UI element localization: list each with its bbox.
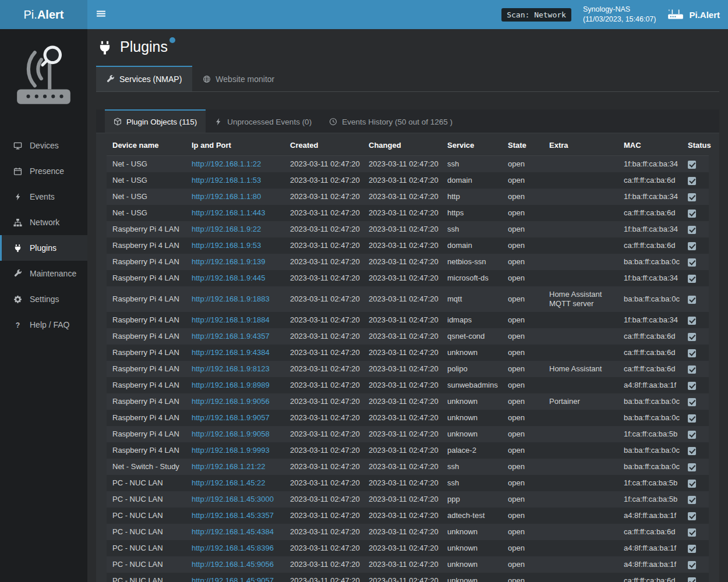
sidebar-item-network[interactable]: Network <box>0 210 87 235</box>
sidebar-item-plugins[interactable]: Plugins <box>0 235 87 261</box>
cell-changed: 2023-03-11 02:47:20 <box>363 189 441 205</box>
ip-port-link[interactable]: http://192.168.1.45:9057 <box>192 576 274 582</box>
cell-extra: Home Assistant <box>543 361 618 377</box>
ip-port-link[interactable]: http://192.168.1.45:3000 <box>192 495 274 503</box>
cell-changed: 2023-03-11 02:47:20 <box>363 377 441 393</box>
subtab-plugin-objects-115[interactable]: Plugin Objects (115) <box>105 109 206 133</box>
tab-services-nmap[interactable]: Services (NMAP) <box>96 66 192 91</box>
cell-created: 2023-03-11 02:47:20 <box>284 426 363 442</box>
column-header-ip-and-port[interactable]: Ip and Port <box>186 134 284 156</box>
sidebar-item-help-faq[interactable]: ? Help / FAQ <box>0 312 87 338</box>
cell-status <box>682 491 709 508</box>
status-checkbox[interactable] <box>688 177 696 185</box>
ip-port-link[interactable]: http://192.168.1.9:9056 <box>192 397 270 406</box>
ip-port-link[interactable]: http://192.168.1.9:9058 <box>192 430 270 438</box>
status-checkbox[interactable] <box>688 275 696 283</box>
ip-port-link[interactable]: http://192.168.1.9:1884 <box>192 315 270 324</box>
ip-port-link[interactable]: http://192.168.1.45:8396 <box>192 544 274 552</box>
sidebar-toggle-button[interactable] <box>87 0 114 29</box>
sidebar-item-settings[interactable]: Settings <box>0 286 87 312</box>
column-header-service[interactable]: Service <box>441 134 502 156</box>
ip-port-link[interactable]: http://192.168.1.1:53 <box>192 176 261 184</box>
status-checkbox[interactable] <box>688 545 696 553</box>
ip-port-link[interactable]: http://192.168.1.21:22 <box>192 462 266 471</box>
brand-logo[interactable]: Pi.Alert <box>0 0 87 29</box>
column-header-changed[interactable]: Changed <box>363 134 441 156</box>
ip-port-link[interactable]: http://192.168.1.9:53 <box>192 241 261 250</box>
status-checkbox[interactable] <box>688 349 696 357</box>
ip-port-link[interactable]: http://192.168.1.9:1883 <box>192 294 270 303</box>
status-checkbox[interactable] <box>688 382 696 390</box>
main-content: Plugins Services (NMAP) Website monitor … <box>87 29 728 582</box>
status-checkbox[interactable] <box>688 480 696 488</box>
status-checkbox[interactable] <box>688 242 696 250</box>
ip-port-link[interactable]: http://192.168.1.9:9993 <box>192 446 270 455</box>
status-checkbox[interactable] <box>688 496 696 504</box>
sidebar-item-events[interactable]: Events <box>0 184 87 210</box>
status-checkbox[interactable] <box>688 226 696 234</box>
column-header-status[interactable]: Status <box>682 134 709 156</box>
status-checkbox[interactable] <box>688 463 696 471</box>
cell-created: 2023-03-11 02:47:20 <box>284 221 363 237</box>
cell-changed: 2023-03-11 02:47:20 <box>363 393 441 410</box>
ip-port-link[interactable]: http://192.168.1.9:22 <box>192 225 261 233</box>
ip-port-link[interactable]: http://192.168.1.9:4384 <box>192 348 270 357</box>
sidebar-item-presence[interactable]: Presence <box>0 158 87 184</box>
ip-port-link[interactable]: http://192.168.1.1:22 <box>192 159 261 168</box>
sidebar-item-devices[interactable]: Devices <box>0 133 87 158</box>
ip-port-link[interactable]: http://192.168.1.45:9056 <box>192 560 274 569</box>
status-checkbox[interactable] <box>688 528 696 537</box>
status-checkbox[interactable] <box>688 512 696 520</box>
column-header-mac[interactable]: MAC <box>618 134 682 156</box>
ip-port-link[interactable]: http://192.168.1.1:80 <box>192 192 261 201</box>
pialert-nav-link[interactable]: Pi.Alert <box>667 8 720 22</box>
ip-port-link[interactable]: http://192.168.1.45:4384 <box>192 527 274 536</box>
title-info-badge[interactable] <box>169 37 175 43</box>
table-row: Raspberry Pi 4 LAN http://192.168.1.9:18… <box>107 286 709 312</box>
status-checkbox[interactable] <box>688 193 696 201</box>
status-checkbox[interactable] <box>688 414 696 423</box>
ip-port-link[interactable]: http://192.168.1.9:4357 <box>192 332 270 340</box>
column-header-extra[interactable]: Extra <box>543 134 618 156</box>
cell-service: netbios-ssn <box>441 254 502 270</box>
status-checkbox[interactable] <box>688 317 696 325</box>
ip-port-link[interactable]: http://192.168.1.9:445 <box>192 274 266 282</box>
status-checkbox[interactable] <box>688 161 696 169</box>
cell-extra <box>543 410 618 426</box>
cell-device-name: PC - NUC LAN <box>107 556 186 573</box>
subtab-unprocessed-events-0[interactable]: Unprocessed Events (0) <box>206 109 320 133</box>
tab-website-monitor[interactable]: Website monitor <box>192 66 285 91</box>
cell-device-name: PC - NUC LAN <box>107 508 186 524</box>
cell-state: open <box>502 426 543 442</box>
ip-port-link[interactable]: http://192.168.1.45:3357 <box>192 511 274 520</box>
sidebar-item-maintenance[interactable]: Maintenance <box>0 261 87 286</box>
status-checkbox[interactable] <box>688 365 696 374</box>
ip-port-link[interactable]: http://192.168.1.45:22 <box>192 478 266 487</box>
cell-changed: 2023-03-11 02:47:20 <box>363 205 441 221</box>
status-checkbox[interactable] <box>688 577 696 582</box>
ip-port-link[interactable]: http://192.168.1.9:9057 <box>192 413 270 422</box>
status-checkbox[interactable] <box>688 447 696 455</box>
ip-port-link[interactable]: http://192.168.1.1:443 <box>192 208 266 217</box>
ip-port-link[interactable]: http://192.168.1.9:8123 <box>192 364 270 373</box>
ip-port-link[interactable]: http://192.168.1.9:8989 <box>192 381 270 389</box>
host-timestamp: (11/03/2023, 15:46:07) <box>583 15 656 25</box>
cell-state: open <box>502 442 543 459</box>
ip-port-link[interactable]: http://192.168.1.9:139 <box>192 257 266 266</box>
status-checkbox[interactable] <box>688 210 696 218</box>
column-header-device-name[interactable]: Device name <box>107 134 186 156</box>
column-header-created[interactable]: Created <box>284 134 363 156</box>
status-checkbox[interactable] <box>688 431 696 439</box>
status-checkbox[interactable] <box>688 333 696 341</box>
status-checkbox[interactable] <box>688 561 696 569</box>
cell-service: unknown <box>441 556 502 573</box>
subtab-events-history-50-out-of-1265[interactable]: Events History (50 out of 1265 ) <box>320 109 461 133</box>
table-row: Net - USG http://192.168.1.1:443 2023-03… <box>107 205 709 221</box>
status-checkbox[interactable] <box>688 296 696 304</box>
status-checkbox[interactable] <box>688 258 696 267</box>
column-header-state[interactable]: State <box>502 134 543 156</box>
table-row: PC - NUC LAN http://192.168.1.45:3357 20… <box>107 508 709 524</box>
status-checkbox[interactable] <box>688 398 696 406</box>
cell-service: unknown <box>441 345 502 361</box>
cell-extra <box>543 237 618 254</box>
